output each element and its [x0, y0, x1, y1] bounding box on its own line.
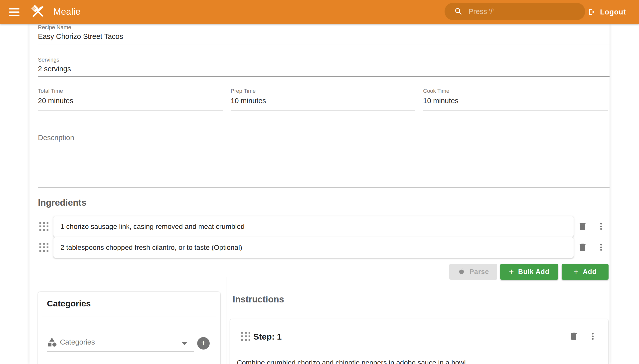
instructions-heading: Instructions [233, 294, 284, 305]
ingredient-input[interactable]: 2 tablespoons chopped fresh cilantro, or… [53, 237, 574, 258]
app-bar: Mealie Press '/' Logout [0, 0, 639, 24]
categories-divider [42, 316, 217, 316]
search-input[interactable]: Press '/' [445, 3, 585, 20]
more-options-icon[interactable] [588, 332, 597, 341]
categories-heading: Categories [47, 299, 91, 308]
add-label: Add [583, 268, 596, 276]
logout-button[interactable]: Logout [587, 4, 626, 20]
recipe-name-field[interactable]: Easy Chorizo Street Tacos [38, 32, 123, 41]
servings-underline [38, 76, 609, 77]
prep-time-field[interactable]: 10 minutes [231, 97, 266, 105]
bulk-add-label: Bulk Add [518, 268, 550, 276]
column-divider [226, 277, 227, 364]
categories-card: Categories Categories + [38, 292, 221, 364]
bulk-add-button[interactable]: + Bulk Add [500, 264, 558, 280]
mealie-logo-icon [30, 4, 46, 20]
total-time-underline [38, 110, 223, 110]
servings-field[interactable]: 2 servings [38, 65, 71, 73]
categories-select-underline [47, 352, 194, 352]
recipe-name-underline [38, 44, 609, 44]
drag-handle-icon[interactable] [40, 222, 48, 231]
add-category-button[interactable]: + [197, 337, 210, 350]
ingredient-input[interactable]: 1 chorizo sausage link, casing removed a… [53, 216, 574, 237]
menu-icon[interactable] [9, 6, 21, 18]
delete-ingredient-icon[interactable] [578, 242, 588, 252]
search-placeholder: Press '/' [469, 8, 494, 16]
recipe-name-label: Recipe Name [38, 24, 71, 31]
delete-step-icon[interactable] [569, 331, 579, 341]
ingredient-text: 1 chorizo sausage link, casing removed a… [60, 223, 245, 230]
more-options-icon[interactable] [596, 243, 605, 252]
prep-time-label: Prep Time [231, 88, 256, 94]
cook-time-underline [423, 110, 608, 110]
servings-label: Servings [38, 56, 59, 63]
shapes-icon [46, 336, 57, 348]
search-icon [454, 7, 463, 16]
step-text-field[interactable]: Combine crumbled chorizo and chipotle pe… [237, 358, 591, 364]
add-ingredient-button[interactable]: + Add [562, 264, 608, 280]
step-title: Step: 1 [253, 332, 282, 342]
delete-ingredient-icon[interactable] [578, 222, 588, 231]
cook-time-field[interactable]: 10 minutes [423, 97, 459, 105]
drag-handle-icon[interactable] [40, 243, 48, 252]
description-label: Description [38, 134, 74, 142]
mealie-recipe-editor: Mealie Press '/' Logout Recipe Name Easy… [0, 0, 639, 364]
app-title: Mealie [53, 6, 81, 17]
logout-label: Logout [600, 8, 626, 16]
logout-icon [587, 8, 596, 16]
apple-icon [458, 268, 466, 276]
chevron-down-icon[interactable] [182, 342, 187, 345]
description-field[interactable] [38, 144, 609, 187]
total-time-field[interactable]: 20 minutes [38, 97, 73, 105]
cook-time-label: Cook Time [423, 88, 449, 94]
ingredient-text: 2 tablespoons chopped fresh cilantro, or… [60, 244, 242, 252]
parse-button[interactable]: Parse [449, 264, 497, 280]
drag-handle-icon[interactable] [241, 332, 250, 341]
ingredients-heading: Ingredients [38, 198, 86, 208]
categories-select[interactable]: Categories [60, 338, 95, 346]
parse-label: Parse [470, 268, 489, 276]
description-underline [38, 188, 609, 188]
total-time-label: Total Time [38, 88, 63, 94]
instruction-step-card: Step: 1 Combine crumbled chorizo and chi… [230, 318, 608, 364]
more-options-icon[interactable] [596, 222, 605, 231]
prep-time-underline [231, 110, 415, 110]
